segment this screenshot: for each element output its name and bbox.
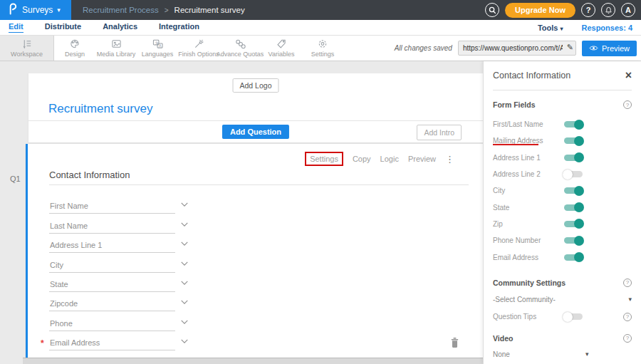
question-logic-button[interactable]: Logic — [380, 155, 399, 163]
field-underline — [49, 350, 175, 350]
chevron-down-icon[interactable] — [180, 256, 189, 269]
community-select[interactable]: -Select Community- ▾ — [493, 296, 632, 303]
field-underline — [49, 291, 175, 292]
field-row-phone: Phone — [49, 313, 206, 333]
chevron-down-icon[interactable] — [180, 334, 189, 347]
toggle-address-line-1[interactable] — [564, 155, 583, 161]
questionpro-app: Surveys ▾ Recruitment Process > Recruitm… — [0, 0, 641, 364]
toggle-question-tips[interactable] — [564, 313, 583, 320]
survey-title[interactable]: Recruitment survey — [48, 102, 152, 116]
preview-button[interactable]: Preview — [582, 41, 637, 56]
field-label: Email Address — [50, 338, 100, 347]
tab-integration[interactable]: Integration — [159, 22, 199, 33]
close-icon[interactable]: × — [625, 71, 632, 80]
question-settings-button[interactable]: Settings — [305, 152, 343, 166]
tab-edit[interactable]: Edit — [9, 22, 24, 33]
responses-count-link[interactable]: Responses: 4 — [581, 24, 632, 32]
toolbar-item-label: Variables — [269, 51, 295, 58]
help-icon[interactable]: ? — [623, 334, 632, 343]
help-icon[interactable]: ? — [623, 279, 632, 287]
survey-url-input[interactable] — [458, 41, 576, 56]
field-row-city: City — [49, 255, 206, 274]
chevron-down-icon[interactable] — [180, 276, 189, 288]
tools-menu[interactable]: Tools ▾ — [538, 24, 563, 32]
survey-nav-row: Edit Distribute Analytics Integration To… — [0, 20, 641, 36]
toolbar-item-workspace[interactable]: Workspace — [0, 36, 54, 61]
toggle-first-last-name[interactable] — [564, 121, 583, 128]
question-heading[interactable]: Contact Information — [49, 170, 130, 180]
surveys-menu-label: Surveys — [22, 5, 53, 15]
add-question-button[interactable]: Add Question — [222, 125, 289, 139]
toggle-label: Address Line 1 — [493, 154, 564, 162]
toolbar-item-settings[interactable]: Settings — [302, 36, 343, 61]
video-select-value: None — [493, 350, 585, 358]
survey-header-footer: Add Question Add Intro — [28, 120, 483, 142]
toolbar-item-design[interactable]: Design — [54, 36, 95, 61]
question-heading-divider — [49, 184, 469, 185]
toggle-phone-number[interactable] — [564, 237, 583, 244]
delete-question-trash-icon[interactable] — [450, 337, 459, 351]
add-logo-button[interactable]: Add Logo — [233, 78, 279, 93]
toolbar-item-label: Languages — [142, 51, 174, 58]
toggle-label: First/Last Name — [493, 120, 564, 128]
account-avatar[interactable]: A — [621, 3, 635, 17]
toggle-label: City — [493, 187, 564, 194]
chevron-down-icon[interactable] — [180, 197, 189, 210]
toggle-row-address-line-1: Address Line 1 — [493, 150, 632, 166]
breadcrumb-folder[interactable]: Recruitment Process — [83, 6, 159, 14]
gear-icon — [317, 38, 328, 49]
toolbar-item-advance-quotas[interactable]: Advance Quotas — [219, 36, 261, 61]
toolbar-item-label: Design — [65, 51, 85, 58]
chevron-down-icon[interactable] — [180, 315, 189, 328]
help-icon[interactable]: ? — [623, 100, 632, 109]
chevron-down-icon[interactable] — [180, 295, 189, 308]
surveys-menu[interactable]: Surveys ▾ — [0, 0, 71, 20]
toggle-state[interactable] — [564, 204, 583, 211]
toggle-label: Zip — [493, 220, 564, 228]
topbar-actions: Upgrade Now ? A — [485, 3, 641, 18]
field-label: City — [50, 261, 63, 269]
question-preview-button[interactable]: Preview — [408, 155, 436, 163]
help-icon[interactable]: ? — [623, 313, 632, 321]
toggle-mailing-address[interactable] — [564, 137, 583, 144]
help-icon[interactable]: ? — [581, 3, 595, 17]
toolbar-item-variables[interactable]: Variables — [261, 36, 302, 61]
toolbar-item-finish-options[interactable]: Finish Options — [178, 36, 219, 61]
chain-links-icon — [234, 38, 246, 49]
annotation-red-underline — [493, 144, 538, 145]
add-intro-button[interactable]: Add Intro — [417, 125, 462, 140]
search-icon[interactable] — [485, 3, 499, 17]
toggle-row-first-last-name: First/Last Name — [493, 116, 632, 132]
field-label: Address Line 1 — [50, 241, 102, 249]
toggle-city[interactable] — [564, 187, 583, 194]
editor-toolbar: Workspace Design Media Library 文A Langua… — [0, 36, 641, 61]
panel-title: Contact Information — [493, 71, 570, 80]
chevron-down-icon: ▾ — [628, 296, 632, 303]
notifications-bell-icon[interactable] — [601, 3, 615, 17]
toolbar-item-languages[interactable]: 文A Languages — [137, 36, 178, 61]
toggle-email-address[interactable] — [564, 254, 583, 261]
chevron-down-icon[interactable] — [180, 217, 189, 230]
svg-text:A: A — [158, 43, 161, 48]
top-bar: Surveys ▾ Recruitment Process > Recruitm… — [0, 0, 641, 20]
toggle-row-phone-number: Phone Number — [493, 232, 632, 249]
field-row-state: State — [49, 275, 206, 294]
chevron-down-icon: ▾ — [57, 6, 61, 14]
tab-distribute[interactable]: Distribute — [45, 22, 81, 33]
toggle-address-line-2[interactable] — [564, 171, 583, 177]
toolbar-item-media-library[interactable]: Media Library — [95, 36, 137, 61]
toggle-zip[interactable] — [564, 221, 583, 227]
toolbar-right: All changes saved ✎ Preview — [395, 36, 641, 61]
chevron-down-icon[interactable] — [180, 236, 189, 249]
question-more-menu-icon[interactable]: ⋮ — [445, 154, 454, 165]
community-select-value: -Select Community- — [493, 296, 556, 303]
question-copy-button[interactable]: Copy — [353, 155, 371, 163]
tab-analytics[interactable]: Analytics — [103, 22, 137, 33]
edit-url-pencil-icon[interactable]: ✎ — [567, 43, 573, 52]
tag-icon — [276, 38, 287, 49]
field-row-last-name: Last Name — [49, 216, 206, 235]
horizontal-scrollbar[interactable] — [23, 358, 483, 364]
upgrade-now-button[interactable]: Upgrade Now — [505, 3, 575, 18]
question-number: Q1 — [10, 175, 21, 183]
video-select[interactable]: None ▾ — [493, 350, 632, 358]
